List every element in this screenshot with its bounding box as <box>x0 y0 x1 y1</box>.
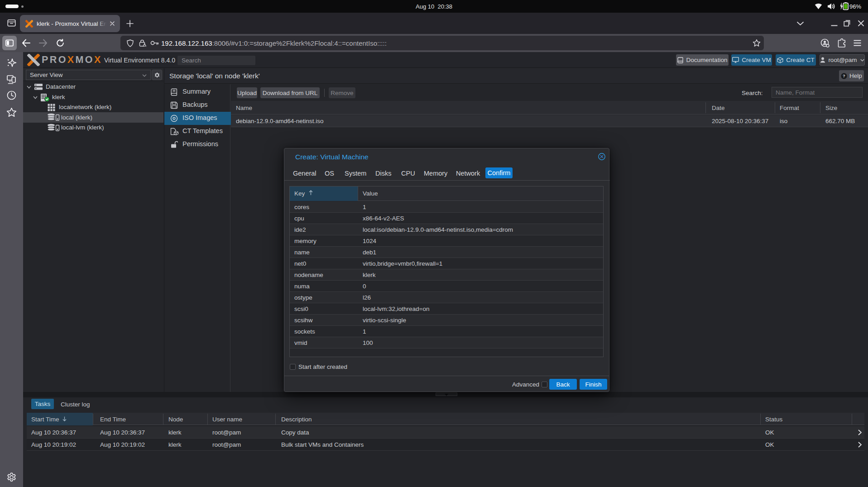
svg-text:?: ? <box>843 73 845 78</box>
